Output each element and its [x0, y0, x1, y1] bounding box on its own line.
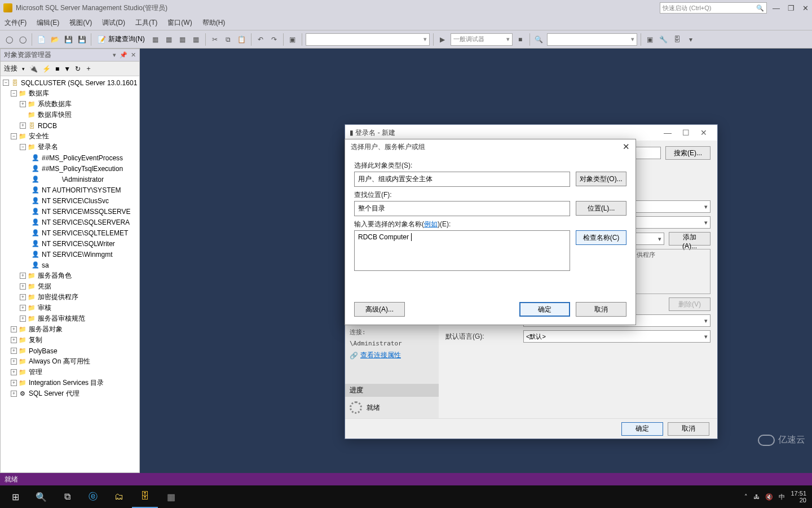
quick-launch-input[interactable]: 快速启动 (Ctrl+Q) 🔍: [660, 2, 767, 14]
redo-icon[interactable]: ↷: [268, 34, 280, 45]
system-tray[interactable]: ˄ 🖧 🔇 中 17:51 20: [741, 490, 810, 503]
start-button[interactable]: ⊞: [2, 485, 28, 508]
taskbar-app-icon[interactable]: ▦: [158, 485, 184, 508]
cancel-button[interactable]: 取消: [668, 422, 709, 436]
object-names-input[interactable]: RDCB Computer: [354, 230, 570, 271]
tree-server-audit-specs[interactable]: +📁服务器审核规范: [2, 313, 139, 324]
back-icon[interactable]: ◯: [3, 34, 15, 45]
tree-server-roles[interactable]: +📁服务器角色: [2, 270, 139, 281]
new-project-icon[interactable]: 📄: [36, 34, 47, 45]
connect-button[interactable]: 连接: [4, 64, 17, 73]
object-types-button[interactable]: 对象类型(O)...: [576, 172, 626, 186]
ok-button[interactable]: 确定: [621, 422, 663, 436]
ext-icon-2[interactable]: 🔧: [658, 34, 669, 45]
tb-stop-icon[interactable]: ■: [55, 65, 59, 73]
menu-view[interactable]: 视图(V): [69, 18, 92, 28]
add-button[interactable]: 添加(A)...: [669, 232, 710, 246]
forward-icon[interactable]: ◯: [17, 34, 28, 45]
undo-icon[interactable]: ↶: [255, 34, 266, 45]
save-all-icon[interactable]: 💾: [76, 34, 87, 45]
tb-filter-icon[interactable]: ▼: [64, 65, 70, 73]
tree-credentials[interactable]: +📁凭据: [2, 281, 139, 292]
select-dialog-titlebar[interactable]: 选择用户、服务帐户或组 ✕: [345, 139, 636, 154]
taskbar-explorer-icon[interactable]: 🗂: [106, 485, 132, 508]
find-combo[interactable]: ▾: [547, 33, 637, 46]
ext-icon-3[interactable]: 🗄: [672, 34, 683, 45]
tree-management[interactable]: +📁管理: [2, 367, 139, 378]
dropdown-icon[interactable]: ▾: [113, 51, 116, 59]
view-connection-link[interactable]: 查看连接属性: [360, 351, 401, 360]
tree-login-item[interactable]: 👤NT SERVICE\MSSQLSERVE: [2, 206, 139, 217]
tb-icon-4[interactable]: ▦: [191, 34, 202, 45]
tree-polybase[interactable]: +📁PolyBase: [2, 345, 139, 356]
tb-plus-icon[interactable]: ＋: [85, 64, 92, 73]
tree-databases[interactable]: −📁数据库: [2, 88, 139, 99]
ok-button[interactable]: 确定: [519, 302, 570, 317]
menu-help[interactable]: 帮助(H): [202, 18, 226, 28]
close-panel-icon[interactable]: ✕: [131, 51, 136, 59]
pin-icon[interactable]: 📌: [120, 51, 127, 59]
locations-button[interactable]: 位置(L)...: [576, 201, 626, 216]
taskbar-ssms-icon[interactable]: 🗄: [132, 485, 158, 508]
ext-icon-1[interactable]: ▣: [645, 34, 656, 45]
minimize-button[interactable]: —: [659, 128, 677, 137]
tree-integration-services[interactable]: +📁Integration Services 目录: [2, 378, 139, 388]
tree-audits[interactable]: +📁审核: [2, 303, 139, 313]
login-dialog-titlebar[interactable]: ▮ 登录名 - 新建 — ☐ ✕: [345, 125, 717, 141]
open-icon[interactable]: 📂: [49, 34, 60, 45]
copy-icon[interactable]: ⧉: [223, 34, 234, 45]
tb-icon-3[interactable]: ▦: [177, 34, 188, 45]
clock[interactable]: 17:51 20: [791, 490, 806, 503]
tb-icon-2[interactable]: ▦: [164, 34, 175, 45]
tray-ime-icon[interactable]: 中: [779, 493, 785, 501]
example-link[interactable]: 例如: [424, 220, 438, 228]
chevron-down-icon[interactable]: ▾: [685, 34, 696, 45]
tree-sql-agent[interactable]: +⚙SQL Server 代理: [2, 388, 139, 399]
tree-crypto-providers[interactable]: +📁加密提供程序: [2, 292, 139, 303]
debug-start-icon[interactable]: ▶: [437, 34, 448, 45]
tree-login-item[interactable]: 👤NT SERVICE\SQLWriter: [2, 238, 139, 249]
tray-network-icon[interactable]: 🖧: [753, 493, 760, 500]
tree-logins[interactable]: −📁登录名: [2, 142, 139, 152]
tb-connect-icon[interactable]: 🔌: [29, 65, 38, 73]
taskbar-ie-icon[interactable]: ⓔ: [80, 485, 106, 508]
tree-server-node[interactable]: −🗄SQLCLUSTER (SQL Server 13.0.1601: [2, 77, 139, 88]
maximize-button[interactable]: ❐: [788, 4, 795, 12]
tree-server-objects[interactable]: +📁服务器对象: [2, 324, 139, 335]
default-lang-combo[interactable]: <默认>▾: [523, 330, 710, 343]
maximize-button[interactable]: ☐: [677, 128, 695, 137]
close-button[interactable]: ✕: [802, 4, 809, 12]
tb-disconnect-icon[interactable]: ⚡: [42, 65, 51, 73]
tb-icon-1[interactable]: ▦: [150, 34, 161, 45]
close-button[interactable]: ✕: [623, 142, 630, 152]
properties-icon[interactable]: ▣: [287, 34, 298, 45]
tree-rdcb[interactable]: +🗄RDCB: [2, 120, 139, 131]
tray-volume-icon[interactable]: 🔇: [765, 493, 773, 501]
tree-sys-databases[interactable]: +📁系统数据库: [2, 99, 139, 110]
solution-combo[interactable]: ▾: [306, 33, 430, 46]
cancel-button[interactable]: 取消: [576, 302, 626, 317]
new-query-button[interactable]: 📝 新建查询(N): [95, 33, 148, 46]
tree-login-item[interactable]: 👤NT SERVICE\ClusSvc: [2, 195, 139, 206]
tree-login-item[interactable]: 👤NT SERVICE\SQLSERVERA: [2, 217, 139, 227]
debugger-combo[interactable]: 一般调试器▾: [451, 33, 513, 46]
tree-login-item[interactable]: 👤NT AUTHORITY\SYSTEM: [2, 185, 139, 195]
check-names-button[interactable]: 检查名称(C): [576, 230, 626, 245]
tray-chevron-icon[interactable]: ˄: [744, 493, 748, 501]
tree-login-item[interactable]: 👤NT SERVICE\Winmgmt: [2, 249, 139, 260]
menu-file[interactable]: 文件(F): [5, 18, 27, 28]
tree-db-snapshots[interactable]: 📁数据库快照: [2, 110, 139, 120]
task-view-button[interactable]: ⧉: [54, 485, 80, 508]
menu-edit[interactable]: 编辑(E): [37, 18, 59, 28]
tree-always-on[interactable]: +📁Always On 高可用性: [2, 356, 139, 367]
tree-login-item[interactable]: 👤##MS_PolicyTsqlExecution: [2, 163, 139, 174]
menu-debug[interactable]: 调试(D): [102, 18, 125, 28]
tree-login-item[interactable]: 👤NT SERVICE\SQLTELEMET: [2, 227, 139, 238]
cut-icon[interactable]: ✂: [209, 34, 220, 45]
debug-stop-icon[interactable]: ■: [515, 34, 526, 45]
tb-refresh-icon[interactable]: ↻: [75, 65, 81, 73]
tree-security[interactable]: −📁安全性: [2, 131, 139, 142]
tree-login-item[interactable]: 👤sa: [2, 260, 139, 270]
close-button[interactable]: ✕: [695, 128, 713, 137]
advanced-button[interactable]: 高级(A)...: [354, 302, 405, 317]
